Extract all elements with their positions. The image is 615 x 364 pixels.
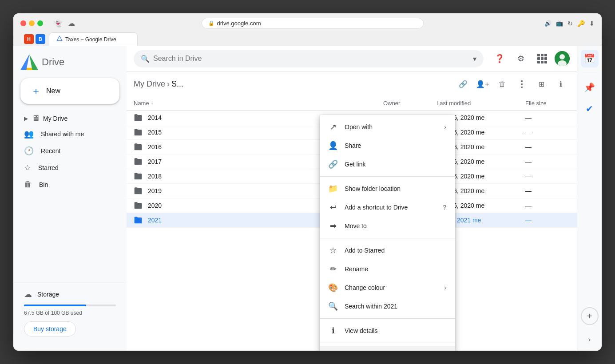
browser-chrome: 👻 ☁ 🔒 drive.google.com 🔊 📺 ↻ 🔑 ⬇ H B	[13, 13, 602, 46]
sidebar-item-recent[interactable]: 🕐 Recent	[13, 142, 119, 159]
cloud-icon: ☁	[68, 19, 75, 28]
menu-item-open-with[interactable]: ↗ Open with ›	[320, 118, 455, 136]
more-actions-button[interactable]: ⋮	[513, 75, 531, 93]
right-panel-tasks[interactable]: ✔	[581, 100, 599, 118]
sidebar-label-my-drive: My Drive	[43, 115, 67, 122]
menu-item-rename[interactable]: ✏ Rename	[320, 260, 455, 278]
tasks-icon: ✔	[586, 103, 593, 114]
row-folder-name: 2014	[148, 114, 162, 121]
sidebar-item-bin[interactable]: 🗑 Bin	[13, 176, 119, 193]
audio-icon: 🔊	[544, 20, 552, 27]
new-button[interactable]: ＋ New	[20, 78, 119, 104]
sidebar-item-my-drive[interactable]: ▶ 🖥 My Drive	[13, 111, 127, 126]
storage-cloud-icon: ☁	[24, 289, 32, 299]
browser-titlebar: 👻 ☁ 🔒 drive.google.com 🔊 📺 ↻ 🔑 ⬇	[20, 18, 595, 29]
right-panel-add-button[interactable]: +	[581, 307, 599, 325]
password-icon[interactable]: 🔑	[577, 20, 585, 27]
maximize-button[interactable]	[37, 20, 43, 26]
menu-item-change-colour[interactable]: 🎨 Change colour ›	[320, 278, 455, 297]
folder-icon	[134, 157, 143, 166]
add-person-button[interactable]: 👤+	[474, 75, 492, 93]
app-layout: Drive ＋ New ▶ 🖥 My Drive 👥 Shared with m…	[13, 46, 602, 351]
row-folder-name: 2017	[148, 158, 162, 165]
apps-button[interactable]	[533, 50, 551, 67]
breadcrumb-separator: ›	[167, 79, 170, 89]
menu-item-label: Add to Starred	[345, 247, 385, 254]
share-link-button[interactable]: 🔗	[454, 75, 472, 93]
search-bar[interactable]: 🔍 ▾	[134, 50, 484, 67]
drive-logo: Drive	[13, 53, 127, 78]
col-header-modified: Last modified	[436, 100, 525, 107]
palette-icon: 🎨	[329, 283, 337, 293]
right-panel-calendar[interactable]: 📅	[581, 50, 599, 67]
share-icon: 👤	[329, 141, 337, 150]
rename-icon: ✏	[329, 264, 337, 274]
storage-bar-background	[24, 305, 116, 306]
help-icon[interactable]: ?	[443, 204, 446, 211]
help-button[interactable]: ❓	[491, 50, 508, 67]
sidebar-label-bin: Bin	[39, 181, 48, 188]
breadcrumb-root[interactable]: My Drive	[134, 79, 165, 89]
col-header-owner: Owner	[383, 100, 436, 107]
submenu-chevron-icon: ›	[444, 284, 446, 291]
my-drive-arrow: ▶	[24, 115, 28, 122]
right-panel-expand-button[interactable]: ›	[585, 332, 594, 347]
address-bar[interactable]: 🔒 drive.google.com	[202, 18, 424, 29]
search-input[interactable]	[153, 55, 469, 63]
table-header: Name ↑ Owner Last modified File size	[127, 96, 577, 111]
tab-title: Taxes – Google Drive	[65, 36, 116, 43]
sidebar-item-starred[interactable]: ☆ Starred	[13, 159, 119, 176]
add-icon: +	[587, 311, 592, 321]
menu-item-view-details[interactable]: ℹ View details	[320, 321, 455, 340]
menu-item-show-folder-location[interactable]: 📁 Show folder location	[320, 179, 455, 198]
close-button[interactable]	[20, 20, 26, 26]
sidebar-item-shared-with-me[interactable]: 👥 Shared with me	[13, 126, 119, 142]
context-menu-items: ↗ Open with › 👤 Share 🔗 Get link 📁 Show …	[320, 118, 455, 351]
row-folder-name: 2019	[148, 187, 162, 194]
refresh-icon[interactable]: ↻	[567, 20, 573, 27]
calendar-icon: 📅	[584, 53, 595, 64]
right-panel-divider	[583, 73, 597, 73]
col-header-name[interactable]: Name ↑	[134, 100, 383, 107]
starred-icon: ☆	[24, 163, 31, 173]
menu-item-label: Rename	[345, 265, 368, 273]
storage-bar-fill	[24, 305, 86, 306]
app-title: Drive	[42, 56, 64, 68]
user-avatar[interactable]	[555, 51, 570, 66]
ext-h-badge: H	[24, 34, 34, 44]
menu-item-search-within[interactable]: 🔍 Search within 2021	[320, 297, 455, 316]
buy-storage-button[interactable]: Buy storage	[24, 321, 76, 336]
settings-button[interactable]: ⚙	[512, 50, 530, 67]
menu-item-move-to[interactable]: ➡ Move to	[320, 217, 455, 235]
shared-icon: 👥	[24, 129, 34, 139]
right-panel-keep[interactable]: 📌	[581, 79, 599, 96]
storage-section: ☁ Storage 67.5 GB of 100 GB used Buy sto…	[13, 282, 127, 344]
info-button[interactable]: ℹ	[552, 75, 570, 93]
active-tab[interactable]: Taxes – Google Drive	[49, 32, 138, 46]
menu-item-label: Change colour	[345, 284, 385, 291]
new-button-label: New	[46, 87, 60, 95]
search-dropdown-icon[interactable]: ▾	[473, 55, 476, 63]
menu-item-label: Open with	[345, 123, 373, 131]
shortcut-icon: ↩	[329, 202, 337, 212]
download-browser-icon[interactable]: ⬇	[589, 20, 595, 27]
menu-item-add-starred[interactable]: ☆ Add to Starred	[320, 241, 455, 260]
sort-asc-icon: ↑	[151, 101, 154, 106]
top-bar-actions: ❓ ⚙	[491, 50, 570, 67]
menu-item-add-shortcut[interactable]: ↩ Add a shortcut to Drive ?	[320, 198, 455, 217]
menu-item-get-link[interactable]: 🔗 Get link	[320, 155, 455, 174]
sidebar-nav: ▶ 🖥 My Drive 👥 Shared with me 🕐 Recent ☆…	[13, 107, 127, 196]
ghost-icon: 👻	[54, 19, 63, 28]
main-content: 🔍 ▾ ❓ ⚙	[127, 46, 577, 351]
minimize-button[interactable]	[29, 20, 35, 26]
breadcrumb-current: S...	[171, 79, 183, 89]
delete-button[interactable]: 🗑	[493, 75, 511, 93]
menu-item-share[interactable]: 👤 Share	[320, 136, 455, 155]
content-header: My Drive › S... 🔗 👤+ 🗑 ⋮ ⊞ ℹ	[127, 71, 577, 96]
row-size: —	[525, 114, 570, 121]
grid-view-button[interactable]: ⊞	[532, 75, 550, 93]
browser-controls: 🔊 📺 ↻ 🔑 ⬇	[544, 20, 595, 27]
col-name-label: Name	[134, 100, 149, 107]
menu-item-download[interactable]: ⬇ Download	[320, 346, 455, 351]
link-icon: 🔗	[329, 159, 337, 169]
